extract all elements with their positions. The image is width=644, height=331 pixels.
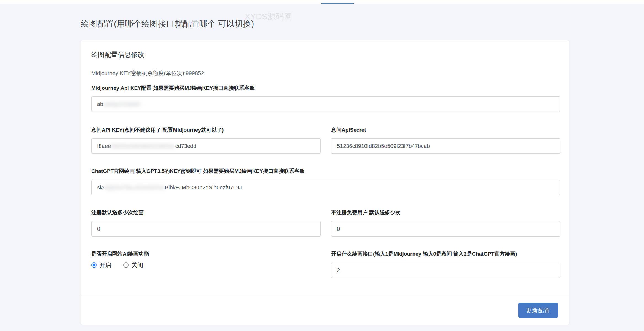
register-free-times-label: 注册默认送多少次绘画	[91, 209, 321, 216]
gpt-key-input[interactable]: sk-hQbXwT9sLrK2mNvPzABlbkFJMbC80n2dSlh0o…	[91, 180, 560, 195]
radio-enable-label: 开启	[100, 261, 111, 269]
gpt-key-label: ChatGPT官网绘画 输入GPT3.5的KEY密钥即可 如果需要购买MJ绘画K…	[91, 168, 560, 175]
radio-option-disable[interactable]: 关闭	[123, 261, 143, 269]
register-free-times-input[interactable]	[91, 221, 321, 237]
ai-enabled-label: 是否开启网站Ai绘画功能	[91, 250, 321, 258]
gpt-key-value-suffix: BlbkFJMbC80n2dSlh0ozf97L9J	[165, 184, 242, 190]
mj-key-value-redacted: cdefg1h2i3j4k5	[103, 101, 140, 107]
guest-free-times-input[interactable]	[331, 221, 560, 237]
mj-key-input[interactable]: abcdefg1h2i3j4k5	[91, 96, 560, 112]
guest-free-times-label: 不注册免费用户 默认送多少次	[331, 209, 560, 216]
mj-key-value-prefix: ab	[97, 101, 103, 107]
yijian-key-value-suffix: cd73edd	[175, 143, 197, 149]
yijian-key-value-redacted: 58005e00b0db0024955ee	[111, 143, 175, 149]
radio-option-enable[interactable]: 开启	[91, 261, 111, 269]
mj-key-label: Midjourney Api KEY配置 如果需要购买MJ绘画KEY接口直接联系…	[91, 84, 560, 92]
gpt-key-value-redacted: hQbXwT9sLrK2mNvPzA	[104, 184, 165, 190]
yijian-key-input[interactable]: f8aee58005e00b0db0024955eecd73edd	[91, 138, 321, 154]
update-config-button[interactable]: 更新配置	[518, 303, 558, 318]
api-type-input[interactable]	[331, 263, 560, 278]
page-title: 绘图配置(用哪个绘图接口就配置哪个 可以切换)	[81, 18, 254, 30]
card-footer-divider	[81, 296, 569, 296]
yijian-secret-input[interactable]	[331, 138, 560, 154]
yijian-secret-label: 意间ApiSecret	[331, 126, 560, 134]
ai-enabled-radio-group: 开启 关闭	[91, 261, 143, 269]
card-title: 绘图配置信息修改	[91, 50, 144, 59]
midjourney-quota-info: Midjourney KEY密钥剩余额度(单位次):999852	[91, 70, 204, 77]
yijian-key-label: 意间API KEY(意间不建议用了 配置Midjourney就可以了)	[91, 126, 321, 134]
gpt-key-value-prefix: sk-	[97, 184, 104, 190]
yijian-key-value-prefix: f8aee	[97, 143, 111, 149]
radio-disabled-icon[interactable]	[123, 262, 129, 268]
radio-enabled-icon[interactable]	[91, 262, 97, 268]
drawing-config-card: 绘图配置信息修改 Midjourney KEY密钥剩余额度(单位次):99985…	[81, 40, 569, 325]
top-bar	[0, 0, 644, 4]
radio-disable-label: 关闭	[132, 261, 143, 269]
api-type-label: 开启什么绘画接口(输入1是Midjourney 输入0是意间 输入2是ChatG…	[331, 250, 560, 258]
active-tab-indicator	[321, 3, 354, 4]
